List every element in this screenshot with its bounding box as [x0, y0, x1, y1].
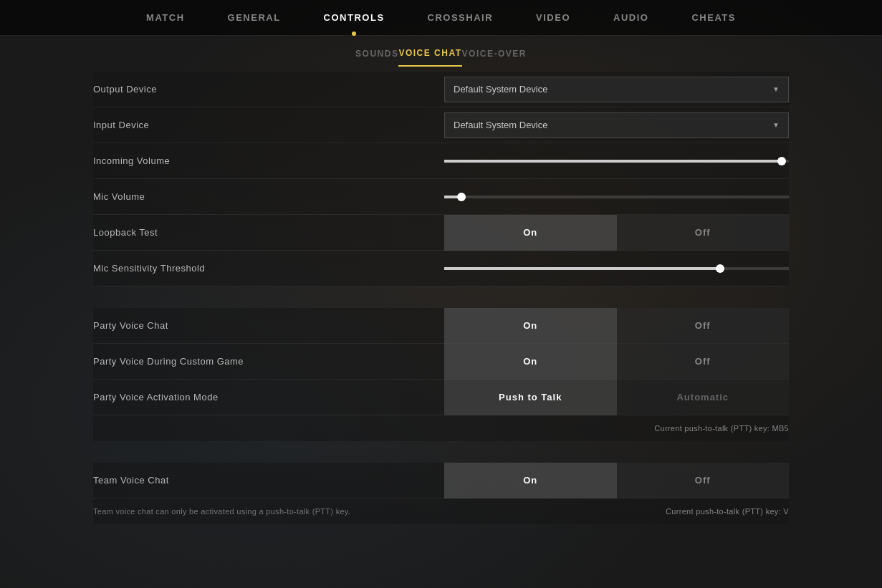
party-activation-control: Push to Talk Automatic: [444, 380, 789, 415]
party-custom-row: Party Voice During Custom Game On Off: [93, 344, 789, 380]
mic-sens-label: Mic Sensitivity Threshold: [93, 263, 444, 274]
mic-sens-fill: [444, 267, 720, 270]
party-activation-row: Party Voice Activation Mode Push to Talk…: [93, 380, 789, 415]
subnav-sounds[interactable]: SOUNDS: [355, 42, 398, 66]
party-voice-on-button[interactable]: On: [444, 308, 617, 344]
party-custom-off-button[interactable]: Off: [617, 344, 790, 380]
team-voice-control: On Off: [444, 463, 789, 498]
mic-volume-label: Mic Volume: [93, 191, 444, 202]
team-voice-toggle: On Off: [444, 463, 789, 498]
team-voice-label: Team Voice Chat: [93, 475, 444, 486]
input-device-value: Default System Device: [454, 120, 548, 130]
loopback-on-button[interactable]: On: [444, 215, 617, 251]
mic-sens-row: Mic Sensitivity Threshold: [93, 251, 789, 286]
incoming-volume-label: Incoming Volume: [93, 155, 444, 166]
loopback-row: Loopback Test On Off: [93, 215, 789, 251]
nav-match[interactable]: MATCH: [125, 0, 206, 36]
top-nav: MATCH GENERAL CONTROLS CROSSHAIR VIDEO A…: [0, 0, 882, 36]
party-ptt-button[interactable]: Push to Talk: [444, 380, 617, 415]
output-device-control: Default System Device ▼: [444, 77, 789, 102]
subnav-voice-over[interactable]: VOICE-OVER: [462, 42, 527, 66]
mic-sens-thumb[interactable]: [716, 264, 724, 273]
party-voice-toggle: On Off: [444, 308, 789, 344]
loopback-toggle: On Off: [444, 215, 789, 251]
incoming-volume-thumb[interactable]: [777, 157, 786, 165]
party-voice-row: Party Voice Chat On Off: [93, 308, 789, 344]
nav-video[interactable]: VIDEO: [514, 0, 592, 36]
incoming-volume-fill: [444, 160, 782, 163]
nav-controls[interactable]: CONTROLS: [302, 0, 406, 36]
nav-crosshair[interactable]: CROSSHAIR: [406, 0, 515, 36]
mic-volume-row: Mic Volume: [93, 179, 789, 215]
input-device-control: Default System Device ▼: [444, 112, 789, 138]
output-device-row: Output Device Default System Device ▼: [93, 72, 789, 107]
party-voice-label: Party Voice Chat: [93, 320, 444, 331]
incoming-volume-control: [444, 160, 789, 163]
content-area: Output Device Default System Device ▼ In…: [0, 72, 882, 588]
nav-general[interactable]: GENERAL: [206, 0, 302, 36]
input-device-label: Input Device: [93, 120, 444, 130]
party-auto-button[interactable]: Automatic: [617, 380, 790, 415]
sub-nav: SOUNDS VOICE CHAT VOICE-OVER: [0, 36, 882, 72]
output-device-section: Output Device Default System Device ▼ In…: [93, 72, 789, 286]
party-custom-toggle: On Off: [444, 344, 789, 380]
party-activation-toggle: Push to Talk Automatic: [444, 380, 789, 415]
mic-volume-slider[interactable]: [444, 196, 789, 198]
party-voice-off-button[interactable]: Off: [617, 308, 790, 344]
output-device-value: Default System Device: [454, 84, 548, 95]
team-voice-off-button[interactable]: Off: [617, 463, 790, 498]
team-note-row: Team voice chat can only be activated us…: [93, 498, 789, 524]
subnav-voice-chat[interactable]: VOICE CHAT: [398, 41, 461, 67]
team-note-left: Team voice chat can only be activated us…: [93, 507, 350, 516]
input-device-row: Input Device Default System Device ▼: [93, 107, 789, 143]
team-voice-section: Team Voice Chat On Off Team voice chat c…: [93, 463, 789, 524]
party-custom-label: Party Voice During Custom Game: [93, 356, 444, 367]
party-activation-label: Party Voice Activation Mode: [93, 392, 444, 403]
loopback-label: Loopback Test: [93, 227, 444, 238]
loopback-control: On Off: [444, 215, 789, 251]
mic-sens-control: [444, 267, 789, 270]
team-ptt-note: Current push-to-talk (PTT) key: V: [666, 507, 789, 516]
party-ptt-note: Current push-to-talk (PTT) key: MB5: [654, 424, 789, 433]
mic-volume-control: [444, 196, 789, 198]
team-voice-on-button[interactable]: On: [444, 463, 617, 498]
mic-volume-thumb[interactable]: [457, 193, 466, 201]
nav-audio[interactable]: AUDIO: [592, 0, 670, 36]
input-device-dropdown[interactable]: Default System Device ▼: [444, 112, 789, 138]
output-device-dropdown[interactable]: Default System Device ▼: [444, 77, 789, 102]
gap1: [93, 286, 789, 308]
incoming-volume-row: Incoming Volume: [93, 143, 789, 179]
party-voice-control: On Off: [444, 308, 789, 344]
incoming-volume-slider[interactable]: [444, 160, 789, 163]
loopback-off-button[interactable]: Off: [617, 215, 790, 251]
output-device-label: Output Device: [93, 84, 444, 95]
nav-cheats[interactable]: CHEATS: [670, 0, 757, 36]
dropdown-arrow-icon2: ▼: [772, 121, 780, 129]
party-custom-on-button[interactable]: On: [444, 344, 617, 380]
dropdown-arrow-icon: ▼: [772, 85, 780, 93]
team-voice-row: Team Voice Chat On Off: [93, 463, 789, 498]
mic-sens-slider[interactable]: [444, 267, 789, 270]
party-custom-control: On Off: [444, 344, 789, 380]
party-voice-section: Party Voice Chat On Off Party Voice Duri…: [93, 308, 789, 441]
party-ptt-note-row: Current push-to-talk (PTT) key: MB5: [93, 415, 789, 441]
gap2: [93, 441, 789, 463]
